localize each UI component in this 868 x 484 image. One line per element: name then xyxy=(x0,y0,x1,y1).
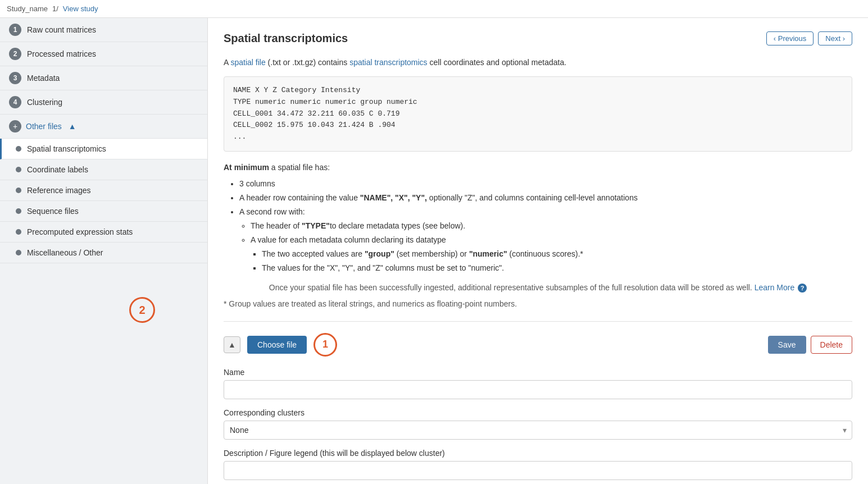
page-title: Spatial transcriptomics xyxy=(224,32,348,45)
sidebar-label-seq: Sequence files xyxy=(27,207,79,216)
sidebar-label-spatial: Spatial transcriptomics xyxy=(27,144,106,153)
plus-icon: + xyxy=(9,120,21,133)
sidebar-num-1: 1 xyxy=(9,24,21,36)
name-label: Name xyxy=(224,368,852,377)
sidebar-item-precomputed[interactable]: Precomputed expression stats xyxy=(0,222,207,243)
sidebar-item-spatial[interactable]: Spatial transcriptomics xyxy=(0,139,207,159)
annotation-badge-1: 1 xyxy=(313,333,337,357)
dot-icon-ref xyxy=(16,188,21,193)
right-buttons: Save Delete xyxy=(768,336,852,354)
delete-button[interactable]: Delete xyxy=(811,336,852,354)
sidebar-label-precomputed: Precomputed expression stats xyxy=(27,227,133,236)
dot-icon-precomputed xyxy=(16,229,21,235)
sidebar-label-raw-count: Raw count matrices xyxy=(27,25,96,34)
learn-more-text: Once your spatial file has been successf… xyxy=(224,282,852,294)
sidebar-num-4: 4 xyxy=(9,96,21,108)
separator: 1/ xyxy=(52,4,58,13)
bullet-1: 3 columns xyxy=(239,178,852,190)
intro-description: A spatial file (.txt or .txt.gz) contain… xyxy=(224,57,852,69)
footnote: * Group values are treated as literal st… xyxy=(224,298,852,310)
sidebar-item-processed[interactable]: 2 Processed matrices xyxy=(0,42,207,66)
save-button[interactable]: Save xyxy=(768,336,806,354)
top-bar: Study_name 1/ View study xyxy=(0,0,868,18)
choose-file-button[interactable]: Choose file xyxy=(247,336,307,354)
page-header: Spatial transcriptomics ‹ Previous Next … xyxy=(224,31,852,45)
dot-icon-coord xyxy=(16,167,21,172)
annotation-badge-2: 2 xyxy=(129,297,155,323)
chevron-up-icon: ▲ xyxy=(69,122,76,131)
name-field-group: Name xyxy=(224,368,852,399)
sidebar-label-coord: Coordinate labels xyxy=(27,165,88,174)
dot-icon-spatial xyxy=(16,146,21,152)
sub-bullet-2: A value for each metadata column declari… xyxy=(251,234,852,274)
help-icon[interactable]: ? xyxy=(798,284,807,293)
sidebar-item-metadata[interactable]: 3 Metadata xyxy=(0,66,207,90)
next-button[interactable]: Next › xyxy=(818,31,852,45)
sidebar-item-coord-labels[interactable]: Coordinate labels xyxy=(0,159,207,180)
code-example: NAME X Y Z Category Intensity TYPE numer… xyxy=(224,76,852,152)
clusters-field-group: Corresponding clusters None ▾ xyxy=(224,408,852,440)
sidebar-label-metadata: Metadata xyxy=(27,74,60,83)
learn-more-link[interactable]: Learn More xyxy=(755,283,795,292)
clusters-select[interactable]: None xyxy=(224,421,852,440)
sidebar-num-2: 2 xyxy=(9,48,21,60)
nav-buttons: ‹ Previous Next › xyxy=(766,31,852,45)
sidebar-item-misc[interactable]: Miscellaneous / Other xyxy=(0,243,207,263)
chevron-up-icon: ▲ xyxy=(228,340,236,349)
clusters-select-wrapper: None ▾ xyxy=(224,421,852,440)
form-section: Name Corresponding clusters None ▾ Descr… xyxy=(224,368,852,484)
dot-icon-misc xyxy=(16,250,21,255)
sidebar-item-ref-images[interactable]: Reference images xyxy=(0,180,207,201)
name-input[interactable] xyxy=(224,380,852,399)
sub-bullet-1: The header of "TYPE"to declare metadata … xyxy=(251,220,852,232)
other-files-header[interactable]: + Other files ▲ xyxy=(0,115,207,139)
sub-sub-1: The two accepted values are "group" (set… xyxy=(262,248,852,260)
sidebar-label-clustering: Clustering xyxy=(27,98,62,107)
sidebar: 1 Raw count matrices 2 Processed matrice… xyxy=(0,18,208,484)
spatial-transcriptomics-link[interactable]: spatial transcriptomics xyxy=(349,58,428,67)
at-minimum-text: At minimum a spatial file has: xyxy=(224,162,852,173)
bullet-2: A header row containing the value "NAME"… xyxy=(239,192,852,204)
sidebar-item-clustering[interactable]: 4 Clustering xyxy=(0,90,207,115)
sub-sub-2: The values for the "X", "Y", and "Z" col… xyxy=(262,262,852,274)
sidebar-num-3: 3 xyxy=(9,72,21,84)
upload-row: ▲ Choose file 1 Save Delete xyxy=(224,333,852,357)
collapse-button[interactable]: ▲ xyxy=(224,336,240,353)
sidebar-label-ref: Reference images xyxy=(27,186,91,195)
bullet-3: A second row with: The header of "TYPE"t… xyxy=(239,206,852,274)
info-section: At minimum a spatial file has: 3 columns… xyxy=(224,162,852,310)
view-study-link[interactable]: View study xyxy=(63,4,98,13)
study-name-label: Study_name xyxy=(7,4,48,13)
description-field-group: Description / Figure legend (this will b… xyxy=(224,449,852,480)
sidebar-label-misc: Miscellaneous / Other xyxy=(27,248,103,257)
sidebar-label-processed: Processed matrices xyxy=(27,49,96,58)
main-content: Spatial transcriptomics ‹ Previous Next … xyxy=(208,18,868,484)
sidebar-item-raw-count[interactable]: 1 Raw count matrices xyxy=(0,18,207,42)
other-files-label: Other files xyxy=(26,122,62,131)
description-label: Description / Figure legend (this will b… xyxy=(224,449,852,458)
sidebar-item-seq-files[interactable]: Sequence files xyxy=(0,201,207,222)
divider xyxy=(224,321,852,322)
description-input[interactable] xyxy=(224,461,852,480)
previous-button[interactable]: ‹ Previous xyxy=(766,31,814,45)
spatial-file-link[interactable]: spatial file xyxy=(230,58,265,67)
dot-icon-seq xyxy=(16,208,21,214)
clusters-label: Corresponding clusters xyxy=(224,408,852,417)
